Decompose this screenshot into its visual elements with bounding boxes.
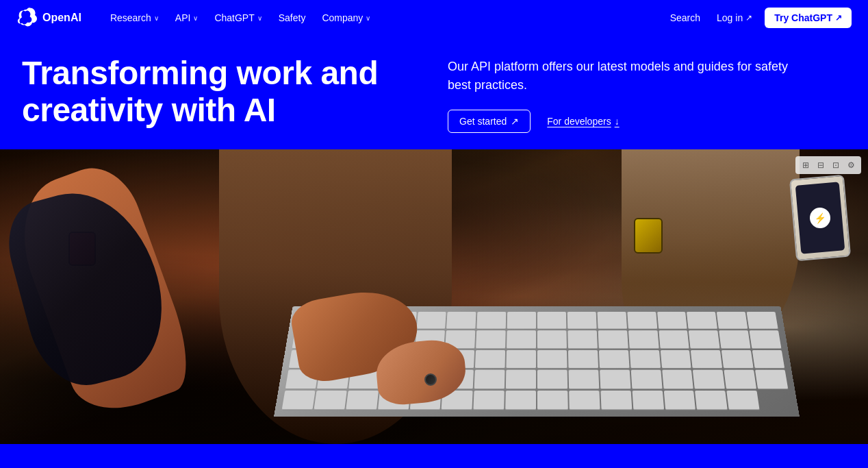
key [537, 312, 566, 330]
hero-image: ⊞ ⊟ ⊡ ⚙ ⚡ [0, 149, 868, 444]
hero-section: Transforming work and creativity with AI… [0, 36, 868, 149]
nav-right-actions: Search Log in ↗ Try ChatGPT ↗ [663, 8, 852, 28]
research-chevron-icon: ∨ [154, 14, 159, 22]
key [346, 391, 379, 410]
phone-screen: ⚡ [795, 182, 845, 254]
key [476, 331, 505, 349]
brand-logo[interactable]: OpenAI [16, 8, 81, 28]
key [627, 312, 657, 330]
key [474, 391, 505, 410]
nav-chatgpt[interactable]: ChatGPT ∨ [207, 8, 268, 27]
hero-buttons: Get started ↗ For developers ↓ [448, 110, 846, 133]
key [537, 391, 568, 410]
key [600, 391, 632, 410]
key [446, 312, 476, 330]
nav-company[interactable]: Company ∨ [315, 8, 377, 27]
key [477, 312, 507, 330]
nav-research[interactable]: Research ∨ [103, 8, 166, 27]
key [747, 312, 778, 330]
key [657, 312, 687, 330]
key [755, 370, 788, 389]
key [752, 350, 784, 369]
key [314, 391, 346, 410]
get-started-button[interactable]: Get started ↗ [448, 110, 531, 133]
login-button[interactable]: Log in ↗ [710, 8, 759, 27]
key [475, 350, 505, 369]
key [507, 312, 536, 330]
key [660, 350, 691, 369]
api-chevron-icon: ∨ [193, 14, 198, 22]
openai-logo-icon [16, 8, 37, 28]
key [630, 370, 662, 389]
hero-heading: Transforming work and creativity with AI [22, 55, 420, 129]
try-chatgpt-button[interactable]: Try ChatGPT ↗ [765, 8, 852, 28]
key [567, 312, 597, 330]
phone-object: ⚡ [789, 175, 851, 262]
key [282, 391, 316, 410]
key [717, 312, 748, 330]
key [659, 331, 689, 349]
key [474, 370, 505, 389]
key [537, 350, 567, 369]
key [724, 370, 757, 389]
company-chevron-icon: ∨ [366, 14, 370, 22]
key [722, 350, 754, 369]
key [597, 312, 626, 330]
key [537, 331, 567, 349]
search-button[interactable]: Search [663, 8, 707, 27]
nav-api[interactable]: API ∨ [168, 8, 205, 27]
key [567, 331, 597, 349]
navbar: OpenAI Research ∨ API ∨ ChatGPT ∨ Safety… [0, 0, 868, 36]
watch-right [634, 218, 663, 254]
key [628, 331, 659, 349]
for-developers-button[interactable]: For developers ↓ [547, 116, 619, 127]
key [629, 350, 660, 369]
key [507, 350, 536, 369]
key [600, 370, 630, 389]
key [662, 370, 693, 389]
toolbar-icon-2[interactable]: ⊟ [814, 158, 828, 172]
toolbar-icon-4[interactable]: ⚙ [844, 158, 858, 172]
key [689, 331, 720, 349]
key [719, 331, 750, 349]
brand-name: OpenAI [42, 12, 81, 24]
key [506, 370, 536, 389]
key [568, 350, 598, 369]
key [663, 391, 695, 410]
chatgpt-chevron-icon: ∨ [257, 14, 262, 22]
key [599, 350, 630, 369]
key [569, 391, 600, 410]
key [505, 391, 536, 410]
key [537, 370, 567, 389]
ring [424, 373, 437, 386]
key [726, 391, 759, 410]
toolbar-icon-3[interactable]: ⊡ [829, 158, 843, 172]
image-toolbar: ⊞ ⊟ ⊡ ⚙ [795, 156, 861, 174]
key [750, 331, 782, 349]
key [693, 370, 725, 389]
photo-background: ⚡ [0, 149, 868, 444]
key [687, 312, 717, 330]
hero-right: Our API platform offers our latest model… [448, 55, 846, 133]
key [568, 370, 599, 389]
key [598, 331, 628, 349]
key [416, 312, 446, 330]
nav-safety[interactable]: Safety [272, 8, 313, 27]
hero-left: Transforming work and creativity with AI [22, 55, 420, 129]
key [691, 350, 722, 369]
nav-links: Research ∨ API ∨ ChatGPT ∨ Safety Compan… [103, 8, 663, 27]
key [507, 331, 536, 349]
hero-description: Our API platform offers our latest model… [448, 58, 804, 95]
key [695, 391, 728, 410]
toolbar-icon-1[interactable]: ⊞ [799, 158, 813, 172]
key [632, 391, 663, 410]
phone-app-icon: ⚡ [809, 207, 832, 230]
